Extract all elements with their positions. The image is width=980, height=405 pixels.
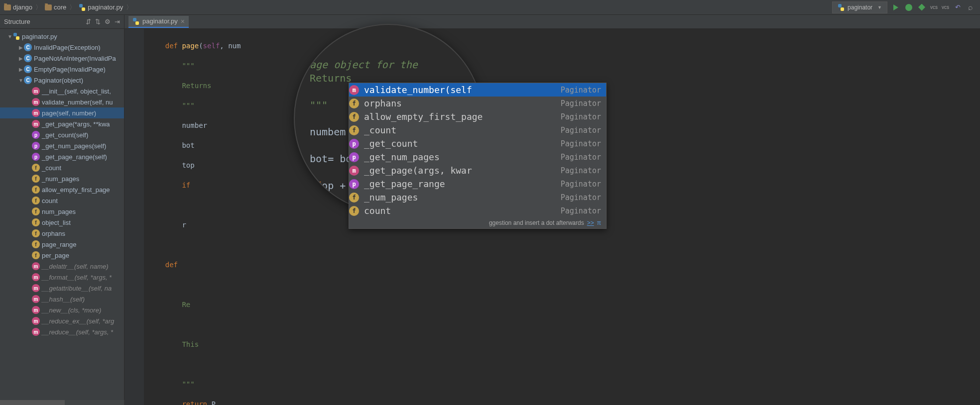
structure-item-label: validate_number(self, nu <box>42 99 113 106</box>
structure-item[interactable]: m_get_page(*args, **kwa <box>0 118 124 129</box>
structure-item-label: __delattr__(self, name) <box>42 263 109 270</box>
search-button[interactable]: ⌕ <box>966 3 975 12</box>
gutter <box>124 29 144 405</box>
tree-file[interactable]: ▼ paginator.py <box>0 31 124 42</box>
completion-item-class: Paginator <box>561 166 601 175</box>
completion-item-name: allow_empty_first_page <box>364 111 556 122</box>
structure-item[interactable]: fallow_empty_first_page <box>0 184 124 195</box>
structure-item[interactable]: p_get_page_range(self) <box>0 151 124 162</box>
breadcrumb-project-label: django <box>13 3 32 11</box>
sidebar-header: Structure ⇵ ⇅ ⚙ ⇥ <box>0 15 124 29</box>
completion-item[interactable]: p_get_num_pagesPaginator <box>349 150 606 164</box>
expand-all-icon[interactable]: ⇵ <box>86 18 91 25</box>
close-tab-icon[interactable]: × <box>181 17 185 25</box>
structure-item[interactable]: m__delattr__(self, name) <box>0 261 124 272</box>
completion-hint: ggestion and insert a dot afterwards >> … <box>349 217 606 228</box>
completion-item[interactable]: p_get_page_rangePaginator <box>349 177 606 191</box>
structure-item[interactable]: fnum_pages <box>0 206 124 217</box>
completion-item[interactable]: f_countPaginator <box>349 123 606 137</box>
tab-label: paginator.py <box>142 17 178 25</box>
breadcrumb-folder[interactable]: core <box>45 3 66 11</box>
gear-icon[interactable]: ⚙ <box>105 18 111 25</box>
structure-item[interactable]: ▶CPageNotAnInteger(InvalidPa <box>0 53 124 64</box>
structure-item[interactable]: mvalidate_number(self, nu <box>0 97 124 107</box>
structure-item[interactable]: fpage_range <box>0 239 124 250</box>
breadcrumb-separator: 〉 <box>35 3 42 12</box>
structure-item[interactable]: f_num_pages <box>0 173 124 184</box>
completion-item-class: Paginator <box>561 99 601 108</box>
field-icon: f <box>32 251 40 259</box>
property-icon: p <box>349 152 359 162</box>
completion-hint-link[interactable]: >> <box>587 219 594 226</box>
editor-tab[interactable]: paginator.py × <box>128 16 189 28</box>
completion-item[interactable]: fcountPaginator <box>349 204 606 217</box>
vcs-update-button[interactable]: vcs <box>930 4 938 10</box>
pi-icon[interactable]: π <box>597 219 601 226</box>
structure-item[interactable]: m__hash__(self) <box>0 294 124 304</box>
python-file-icon <box>132 17 139 25</box>
debug-button[interactable] <box>904 3 913 12</box>
breadcrumb-file-label: paginator.py <box>88 3 123 11</box>
structure-item[interactable]: ▼CPaginator(object) <box>0 75 124 86</box>
coverage-button[interactable] <box>917 3 926 12</box>
field-icon: f <box>349 112 359 122</box>
method-icon: m <box>32 262 40 270</box>
structure-item[interactable]: m__new__(cls, *more) <box>0 304 124 315</box>
completion-item[interactable]: forphansPaginator <box>349 97 606 110</box>
structure-item-label: count <box>42 197 58 204</box>
horizontal-scrollbar[interactable] <box>0 400 124 405</box>
completion-item[interactable]: fallow_empty_first_pagePaginator <box>349 110 606 123</box>
structure-item[interactable]: p_get_count(self) <box>0 129 124 140</box>
method-icon: m <box>32 273 40 281</box>
run-configuration-selector[interactable]: paginator ▼ <box>832 1 887 13</box>
breadcrumb-separator: 〉 <box>126 3 132 12</box>
vcs-commit-button[interactable]: vcs <box>942 4 949 10</box>
class-icon: C <box>24 43 32 51</box>
arrow-right-icon[interactable]: ▶ <box>18 67 24 72</box>
editor-area: paginator.py × def page(self, num """ Re… <box>124 15 980 405</box>
python-icon <box>838 3 845 11</box>
undo-button[interactable]: ↶ <box>953 3 962 12</box>
structure-item[interactable]: m__getattribute__(self, na <box>0 283 124 294</box>
structure-item-label: page(self, number) <box>42 109 96 117</box>
structure-item[interactable]: forphans <box>0 228 124 239</box>
structure-item[interactable]: mpage(self, number) <box>0 107 124 118</box>
breadcrumb-file[interactable]: paginator.py <box>79 3 123 11</box>
structure-item[interactable]: fobject_list <box>0 217 124 228</box>
breadcrumb-project[interactable]: django <box>4 3 32 11</box>
structure-item[interactable]: m__reduce__(self, *args, * <box>0 326 124 337</box>
arrow-down-icon[interactable]: ▼ <box>18 78 24 83</box>
editor-tab-bar: paginator.py × <box>124 15 980 29</box>
field-icon: f <box>32 207 40 215</box>
structure-item[interactable]: f_count <box>0 162 124 173</box>
collapse-all-icon[interactable]: ⇅ <box>95 18 101 25</box>
structure-item[interactable]: ▶CInvalidPage(Exception) <box>0 42 124 53</box>
completion-item-name: _count <box>364 125 556 135</box>
completion-item[interactable]: m_get_page(args, kwarPaginator <box>349 164 606 177</box>
structure-item[interactable]: ▶CEmptyPage(InvalidPage) <box>0 64 124 75</box>
run-button[interactable] <box>891 3 900 12</box>
play-icon <box>893 4 898 10</box>
structure-item-label: _count <box>42 164 61 172</box>
completion-item-class: Paginator <box>561 206 601 215</box>
structure-item[interactable]: m__init__(self, object_list, <box>0 86 124 97</box>
prop-icon: p <box>32 131 40 139</box>
structure-item[interactable]: m__reduce_ex__(self, *arg <box>0 315 124 326</box>
structure-item[interactable]: fper_page <box>0 250 124 261</box>
arrow-right-icon[interactable]: ▶ <box>18 45 24 50</box>
structure-item[interactable]: p_get_num_pages(self) <box>0 140 124 151</box>
completion-item-name: _num_pages <box>364 192 556 202</box>
hide-icon[interactable]: ⇥ <box>115 18 120 25</box>
structure-item[interactable]: m__format__(self, *args, * <box>0 272 124 283</box>
field-icon: f <box>349 125 359 135</box>
arrow-right-icon[interactable]: ▶ <box>18 56 24 61</box>
structure-tree: ▼ paginator.py ▶CInvalidPage(Exception)▶… <box>0 29 124 405</box>
completion-item-name: _get_page_range <box>364 179 556 189</box>
structure-item[interactable]: fcount <box>0 195 124 206</box>
completion-item[interactable]: p_get_countPaginator <box>349 137 606 150</box>
prop-icon: p <box>32 142 40 150</box>
field-icon: f <box>349 206 359 216</box>
completion-item[interactable]: f_num_pagesPaginator <box>349 191 606 204</box>
completion-item[interactable]: mvalidate_number(selfPaginator <box>349 83 606 97</box>
completion-item-class: Paginator <box>561 86 601 95</box>
